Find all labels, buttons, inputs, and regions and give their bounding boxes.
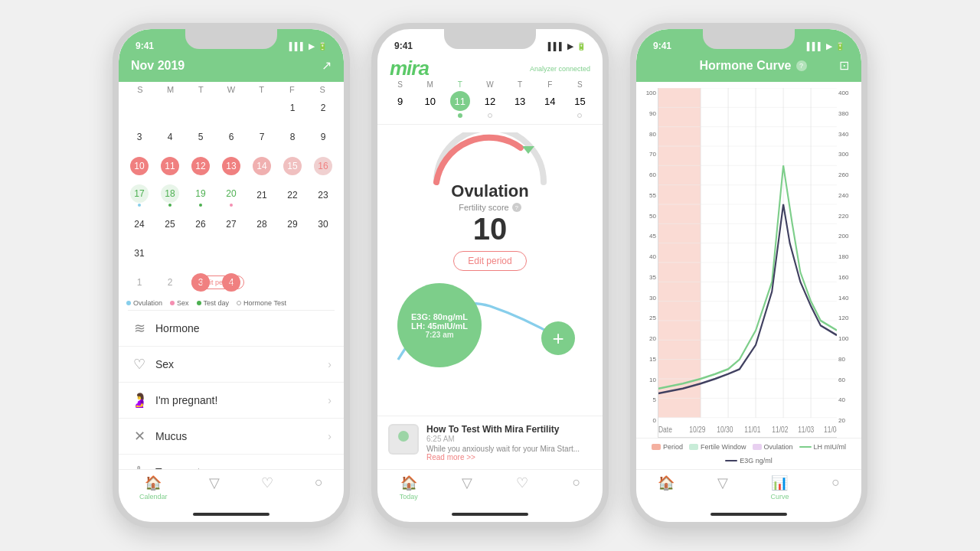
sex-label: Sex [155, 358, 174, 370]
pregnant-chevron: › [328, 394, 332, 406]
curve-info-icon: ? [796, 60, 807, 71]
menu-item-sex[interactable]: ♡ Sex › [119, 347, 344, 383]
cal-day-1[interactable]: 1 [278, 94, 307, 122]
status-time-3: 9:41 [653, 41, 671, 51]
home-nav-icon: 🏠 [400, 474, 417, 491]
fertile-legend-label: Fertile Window [701, 443, 746, 451]
lh-value: LH: 45mIU/mL [411, 321, 468, 331]
lh-legend-label: LH mIU/ml [814, 443, 847, 451]
testday-legend-dot [197, 301, 201, 305]
ovulation-section: Ovulation Fertility score ? 10 Edit peri… [377, 125, 603, 416]
heart-icon: ♡ [131, 356, 148, 373]
ovulation-label: Ovulation [451, 181, 528, 201]
curve-nav-icon: 📊 [771, 474, 788, 491]
chart-icon[interactable]: ↗ [322, 58, 332, 73]
pregnant-icon: 🤰 [131, 392, 148, 409]
ovulation-legend-dot [126, 301, 131, 305]
phone-calendar: 9:41 ▌▌▌ ▶ 🔋 Nov 2019 ↗ SMTWTFS [113, 23, 350, 528]
fertile-legend-color [689, 444, 698, 450]
menu-item-mucus[interactable]: ✕ Mucus › [119, 419, 344, 455]
period-legend-color [652, 444, 661, 450]
e3g-legend-line [725, 460, 737, 461]
fertility-score-label: Fertility score [459, 203, 508, 212]
ovulation-legend-color [753, 444, 762, 450]
news-item: How To Test With Mira Fertility 6:25 AM … [377, 416, 603, 469]
calendar-nav-icon: 🏠 [145, 474, 162, 491]
svg-point-2 [398, 431, 409, 442]
info-icon: ? [512, 203, 521, 212]
notch-1 [185, 29, 277, 49]
nav-home3[interactable]: 🏠 [658, 474, 675, 500]
nav-explore3[interactable]: ▽ [717, 474, 728, 500]
nav-curve[interactable]: 📊 Curve [770, 474, 789, 500]
cal-day-2[interactable]: 2 [309, 94, 338, 122]
nav-heart2[interactable]: ♡ [516, 474, 528, 500]
nav-calendar-label: Calendar [139, 493, 168, 500]
share-icon[interactable]: ⊡ [839, 58, 849, 73]
calendar-header-bar: Nov 2019 ↗ [119, 54, 344, 82]
news-title: How To Test With Mira Fertility [426, 424, 592, 435]
hormone-icon: ≋ [131, 320, 148, 337]
news-content: How To Test With Mira Fertility 6:25 AM … [426, 424, 592, 461]
news-thumb [388, 424, 419, 455]
nav-today-label: Today [400, 493, 418, 500]
nav-calendar[interactable]: 🏠 Calendar [139, 474, 168, 500]
home-bar-2 [377, 507, 603, 522]
chart-legend: Period Fertile Window Ovulation LH mIU/m… [636, 438, 861, 469]
svg-rect-3 [658, 88, 701, 418]
chart-body: Date 10/29 10/30 11/01 11/02 11/03 11/04 [658, 88, 837, 438]
menu-item-hormone[interactable]: ≋ Hormone [119, 311, 344, 347]
nav-profile[interactable]: ○ [572, 474, 580, 500]
sex-legend-dot [170, 301, 175, 305]
calendar-days-header: SMTWTFS [119, 85, 344, 94]
svg-text:10/29: 10/29 [689, 425, 705, 434]
notch-2 [444, 29, 536, 49]
notch-3 [703, 29, 795, 49]
nav-profile3[interactable]: ○ [831, 474, 840, 500]
news-time: 6:25 AM [426, 435, 592, 443]
fertility-arc-svg [421, 132, 559, 186]
curve-header-bar: Hormone Curve ? ⊡ [636, 54, 861, 82]
period-legend-label: Period [663, 443, 683, 451]
status-icons-3: ▌▌▌ ▶ 🔋 [807, 42, 844, 51]
mucus-chevron: › [328, 430, 332, 442]
nav-curve-label: Curve [770, 493, 789, 500]
nav-person[interactable]: ○ [315, 474, 323, 500]
svg-text:11/01: 11/01 [744, 425, 760, 434]
menu-item-pregnant[interactable]: 🤰 I'm pregnant! › [119, 383, 344, 419]
hormone-bubble: E3G: 80ng/mL LH: 45mIU/mL 7:23 am [397, 283, 482, 367]
edit-period-button-1[interactable]: Edit period [191, 276, 244, 289]
person-nav-icon: ○ [315, 474, 323, 491]
nav-heart[interactable]: ♡ [261, 474, 273, 500]
chart-svg: Date 10/29 10/30 11/01 11/02 11/03 11/04 [658, 88, 837, 437]
test-time: 7:23 am [425, 331, 453, 339]
ovulation-legend-label2: Ovulation [764, 443, 793, 451]
y-axis-right: 400 380 340 300 260 240 220 200 180 160 … [837, 88, 857, 438]
mucus-icon: ✕ [131, 428, 148, 445]
e3g-legend-label: E3G ng/ml [740, 457, 773, 465]
y-axis-left: 100 90 80 70 60 55 50 45 40 35 30 25 20 … [641, 88, 658, 438]
analyzer-status: Analyzer connected [530, 65, 590, 73]
phone-today: 9:41 ▌▌▌ ▶ 🔋 mira Analyzer connected [371, 23, 609, 528]
mucus-label: Mucus [155, 430, 187, 442]
nav-explore[interactable]: ▽ [462, 474, 472, 500]
fertility-score-num: 10 [451, 212, 528, 246]
sex-chevron: › [328, 358, 332, 370]
news-link[interactable]: Read more >> [426, 453, 592, 461]
bottom-nav-1: 🏠 Calendar ▽ ♡ ○ [119, 469, 344, 507]
status-icons-1: ▌▌▌ ▶ 🔋 [289, 42, 327, 51]
calendar-legend: Ovulation Sex Test day Hormone Test [119, 296, 344, 310]
nav-home[interactable]: 🏠 Today [400, 474, 418, 500]
add-button[interactable]: + [541, 321, 575, 355]
calendar-grid: 1 2 3 4 5 6 7 8 9 10 11 12 13 14 15 16 [119, 94, 344, 296]
svg-text:11/03: 11/03 [798, 425, 814, 434]
menu-item-temperature[interactable]: 🌡 Temperature › [119, 455, 344, 469]
nav-stats[interactable]: ▽ [209, 474, 220, 500]
status-icons-2: ▌▌▌ ▶ 🔋 [548, 42, 586, 51]
home-bar-3 [636, 507, 861, 522]
temp-icon: 🌡 [131, 464, 148, 469]
svg-text:Date: Date [658, 425, 672, 434]
svg-text:11/02: 11/02 [772, 425, 788, 434]
mira-logo: mira [390, 57, 429, 80]
edit-period-button-2[interactable]: Edit period [453, 251, 526, 271]
